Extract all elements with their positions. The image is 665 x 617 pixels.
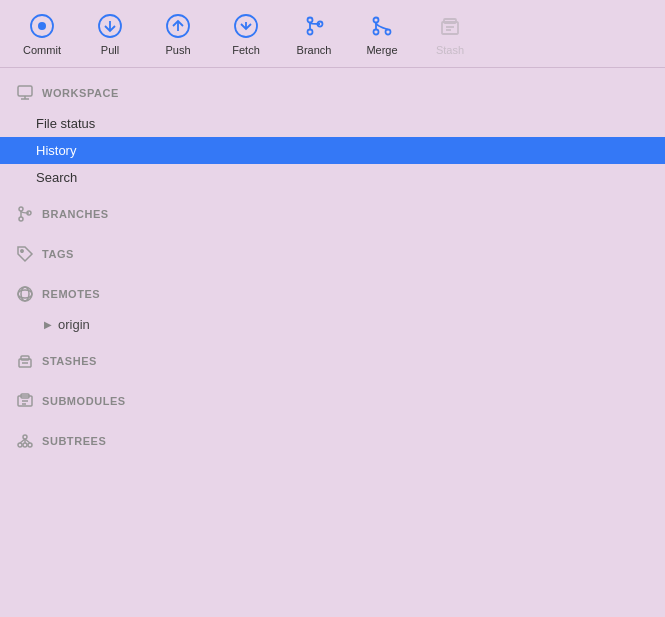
remotes-icon — [16, 285, 34, 303]
stashes-section: STASHES — [0, 344, 665, 378]
svg-point-28 — [18, 290, 32, 298]
origin-item[interactable]: ▶ origin — [0, 311, 665, 338]
stashes-icon — [16, 352, 34, 370]
file-status-item[interactable]: File status — [0, 110, 665, 137]
merge-button[interactable]: Merge — [348, 2, 416, 66]
branches-header[interactable]: BRANCHES — [0, 197, 665, 231]
pull-label: Pull — [101, 44, 119, 56]
remotes-label: REMOTES — [42, 288, 100, 300]
sidebar: WORKSPACE File status History Search BRA… — [0, 68, 665, 458]
subtrees-icon — [16, 432, 34, 450]
search-item[interactable]: Search — [0, 164, 665, 191]
svg-point-24 — [19, 217, 23, 221]
workspace-icon — [16, 84, 34, 102]
svg-point-38 — [23, 435, 27, 439]
submodules-label: SUBMODULES — [42, 395, 126, 407]
origin-chevron: ▶ — [44, 319, 52, 330]
svg-point-39 — [18, 443, 22, 447]
branch-button[interactable]: Branch — [280, 2, 348, 66]
pull-button[interactable]: Pull — [76, 2, 144, 66]
svg-point-1 — [38, 22, 46, 30]
submodules-section: SUBMODULES — [0, 384, 665, 418]
svg-point-23 — [19, 207, 23, 211]
svg-rect-20 — [18, 86, 32, 96]
push-button[interactable]: Push — [144, 2, 212, 66]
svg-point-14 — [386, 29, 391, 34]
svg-point-40 — [28, 443, 32, 447]
remotes-section: REMOTES ▶ origin — [0, 277, 665, 338]
tags-section: TAGS — [0, 237, 665, 271]
remotes-header[interactable]: REMOTES — [0, 277, 665, 311]
svg-rect-32 — [21, 356, 29, 360]
subtrees-section: SUBTREES — [0, 424, 665, 458]
svg-point-13 — [374, 29, 379, 34]
origin-label: origin — [58, 317, 90, 332]
tags-header[interactable]: TAGS — [0, 237, 665, 271]
svg-point-27 — [21, 250, 23, 252]
svg-point-12 — [374, 17, 379, 22]
fetch-label: Fetch — [232, 44, 260, 56]
svg-point-44 — [23, 443, 27, 447]
push-label: Push — [165, 44, 190, 56]
subtrees-header[interactable]: SUBTREES — [0, 424, 665, 458]
workspace-label: WORKSPACE — [42, 87, 119, 99]
workspace-section: WORKSPACE File status History Search — [0, 76, 665, 191]
commit-button[interactable]: Commit — [8, 2, 76, 66]
stashes-label: STASHES — [42, 355, 97, 367]
svg-point-29 — [21, 287, 29, 301]
toolbar: Commit Pull Push Fetch — [0, 0, 665, 68]
fetch-button[interactable]: Fetch — [212, 2, 280, 66]
branches-label: BRANCHES — [42, 208, 109, 220]
submodules-icon — [16, 392, 34, 410]
svg-point-9 — [308, 29, 313, 34]
branches-section: BRANCHES — [0, 197, 665, 231]
workspace-header: WORKSPACE — [0, 76, 665, 110]
tags-icon — [16, 245, 34, 263]
stashes-header[interactable]: STASHES — [0, 344, 665, 378]
stash-label: Stash — [436, 44, 464, 56]
subtrees-label: SUBTREES — [42, 435, 106, 447]
history-item[interactable]: History — [0, 137, 665, 164]
branch-label: Branch — [297, 44, 332, 56]
tags-label: TAGS — [42, 248, 74, 260]
merge-label: Merge — [366, 44, 397, 56]
submodules-header[interactable]: SUBMODULES — [0, 384, 665, 418]
svg-point-30 — [18, 287, 32, 301]
branches-icon — [16, 205, 34, 223]
svg-rect-17 — [444, 19, 456, 23]
stash-button[interactable]: Stash — [416, 2, 484, 66]
commit-label: Commit — [23, 44, 61, 56]
svg-point-8 — [308, 17, 313, 22]
